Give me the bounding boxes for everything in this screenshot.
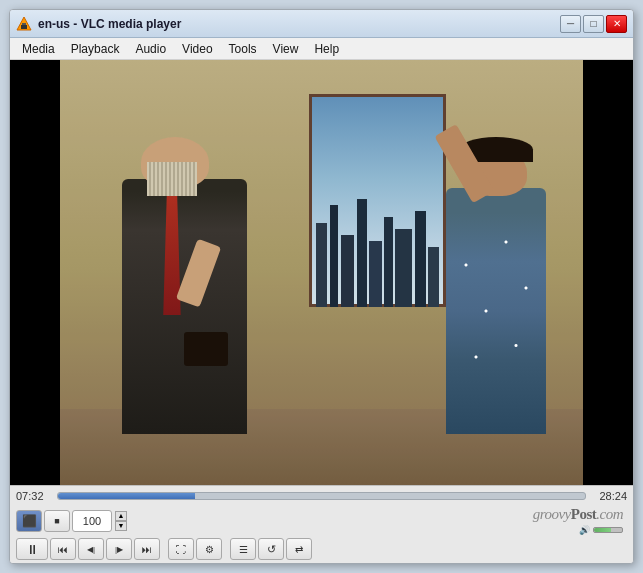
video-area[interactable] bbox=[10, 60, 633, 485]
menu-audio[interactable]: Audio bbox=[127, 40, 174, 58]
svg-rect-2 bbox=[22, 23, 26, 25]
person-right-dress-pattern bbox=[446, 196, 546, 426]
close-button[interactable]: ✕ bbox=[606, 15, 627, 33]
pause-button[interactable]: ⏸ bbox=[16, 538, 48, 560]
next-frame-button[interactable]: |▶ bbox=[106, 538, 132, 560]
groovy-watermark: groovyPost.com bbox=[533, 506, 623, 523]
total-time: 28:24 bbox=[592, 490, 627, 502]
person-left-torso bbox=[122, 179, 247, 434]
random-button[interactable]: ⇄ bbox=[286, 538, 312, 560]
loop-button[interactable]: ↺ bbox=[258, 538, 284, 560]
volume-spinner: ▲ ▼ bbox=[115, 511, 127, 531]
volume-bar-area: 🔊 bbox=[579, 525, 623, 535]
toggle-playlist-button[interactable]: ⬛ bbox=[16, 510, 42, 532]
volume-bar[interactable] bbox=[593, 527, 623, 533]
controls-row2: ⏸ ⏮ ◀| |▶ ⏭ ⛶ ⚙ ☰ bbox=[16, 538, 627, 560]
volume-down-spinner[interactable]: ▼ bbox=[115, 521, 127, 531]
volume-display: 100 bbox=[72, 510, 112, 532]
speaker-icon: 🔊 bbox=[579, 525, 590, 535]
menu-video[interactable]: Video bbox=[174, 40, 220, 58]
person-left-shirt bbox=[147, 162, 197, 196]
controls-area: 07:32 28:24 ⬛ ■ 100 ▲ ▼ groovy bbox=[10, 485, 633, 563]
menu-media[interactable]: Media bbox=[14, 40, 63, 58]
vlc-icon bbox=[16, 16, 32, 32]
volume-bar-fill bbox=[594, 528, 611, 532]
vlc-window: en-us - VLC media player ─ □ ✕ Media Pla… bbox=[9, 9, 634, 564]
menu-bar: Media Playback Audio Video Tools View He… bbox=[10, 38, 633, 60]
prev-frame-button[interactable]: ◀| bbox=[78, 538, 104, 560]
minimize-button[interactable]: ─ bbox=[560, 15, 581, 33]
window-title: en-us - VLC media player bbox=[38, 17, 560, 31]
menu-view[interactable]: View bbox=[265, 40, 307, 58]
letterbox-left bbox=[10, 60, 60, 485]
extended-button[interactable]: ⚙ bbox=[196, 538, 222, 560]
stop-button[interactable]: ■ bbox=[44, 510, 70, 532]
progress-track[interactable] bbox=[57, 492, 586, 500]
prev-chapter-button[interactable]: ⏮ bbox=[50, 538, 76, 560]
menu-tools[interactable]: Tools bbox=[221, 40, 265, 58]
menu-playback[interactable]: Playback bbox=[63, 40, 128, 58]
city-buildings bbox=[309, 188, 446, 307]
scene-object bbox=[184, 332, 228, 366]
menu-help[interactable]: Help bbox=[306, 40, 347, 58]
next-chapter-button[interactable]: ⏭ bbox=[134, 538, 160, 560]
video-scene bbox=[10, 60, 633, 485]
fullscreen-button[interactable]: ⛶ bbox=[168, 538, 194, 560]
playlist-button[interactable]: ☰ bbox=[230, 538, 256, 560]
title-bar: en-us - VLC media player ─ □ ✕ bbox=[10, 10, 633, 38]
controls-row1: ⬛ ■ 100 ▲ ▼ groovyPost.com 🔊 bbox=[16, 506, 627, 535]
svg-rect-1 bbox=[21, 25, 27, 29]
progress-bar-container: 07:32 28:24 bbox=[16, 490, 627, 502]
window-controls: ─ □ ✕ bbox=[560, 15, 627, 33]
volume-up-spinner[interactable]: ▲ bbox=[115, 511, 127, 521]
progress-fill bbox=[58, 493, 195, 499]
letterbox-right bbox=[583, 60, 633, 485]
current-time: 07:32 bbox=[16, 490, 51, 502]
maximize-button[interactable]: □ bbox=[583, 15, 604, 33]
